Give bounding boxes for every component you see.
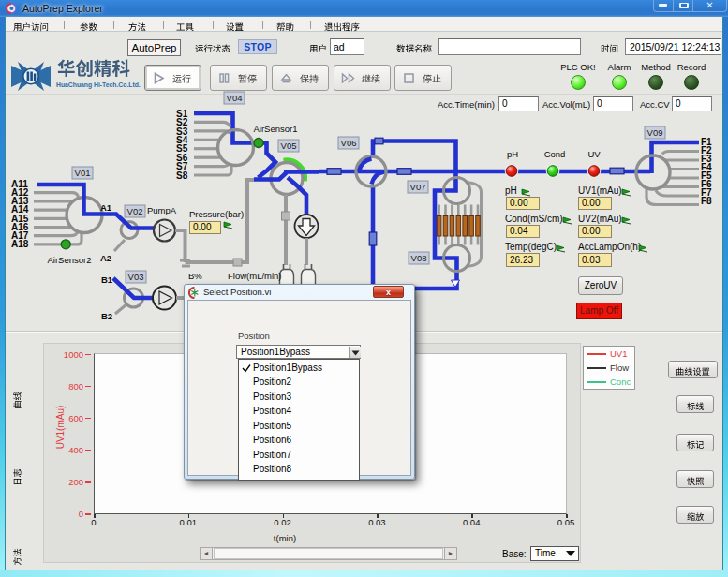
svg-text:A2: A2 xyxy=(100,253,111,263)
svg-text:V01: V01 xyxy=(75,168,91,178)
svg-text:PumpA: PumpA xyxy=(147,205,177,215)
svg-text:A1: A1 xyxy=(100,202,112,213)
svg-text:F8: F8 xyxy=(701,196,712,206)
svg-text:B%: B% xyxy=(188,271,202,281)
svg-text:AirSensor2: AirSensor2 xyxy=(48,255,92,265)
svg-text:V02: V02 xyxy=(127,206,143,216)
svg-text:V04: V04 xyxy=(227,93,243,103)
svg-text:AirSensor1: AirSensor1 xyxy=(254,124,298,134)
svg-text:V09: V09 xyxy=(647,127,663,138)
svg-text:V05: V05 xyxy=(281,141,297,151)
svg-text:V08: V08 xyxy=(411,253,427,263)
svg-text:V03: V03 xyxy=(128,272,144,282)
svg-text:B1: B1 xyxy=(101,274,113,285)
svg-text:V07: V07 xyxy=(410,182,426,192)
svg-text:V06: V06 xyxy=(341,138,357,148)
svg-text:Flow(mL/min): Flow(mL/min) xyxy=(228,271,282,281)
svg-text:Cond: Cond xyxy=(544,149,566,159)
svg-text:S8: S8 xyxy=(176,170,188,181)
svg-text:UV: UV xyxy=(587,149,601,159)
svg-text:B2: B2 xyxy=(101,311,112,321)
svg-text:A18: A18 xyxy=(11,239,29,249)
svg-text:pH: pH xyxy=(507,149,518,159)
